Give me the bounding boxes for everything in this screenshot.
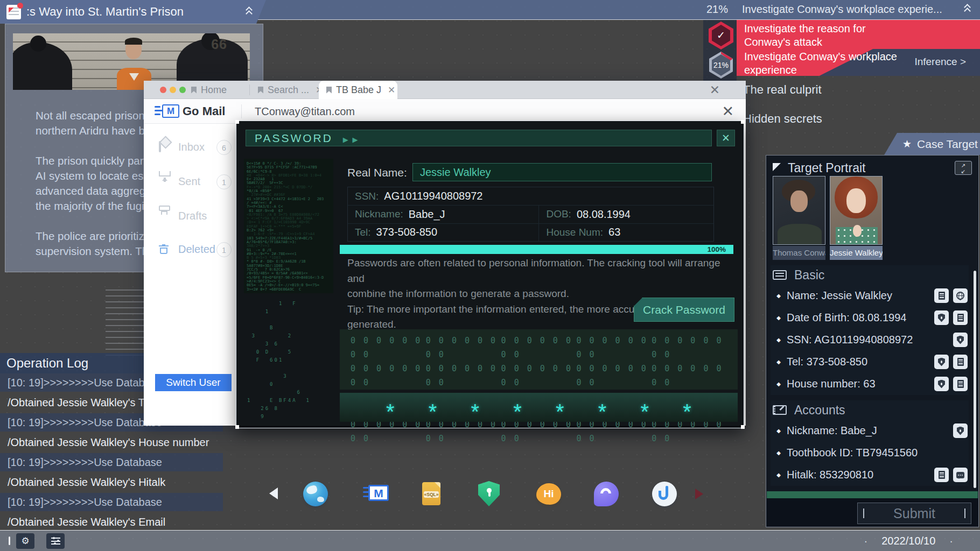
zero-row: 0 0 0 0 0 0 0 00 0 0 0 0 0 0 00 0 0 0 0 …	[351, 362, 727, 390]
tel-field[interactable]: Tel: 373-508-850	[348, 223, 538, 241]
password-mask-char: *	[471, 406, 480, 417]
task-link-hidden-secrets[interactable]: Hidden secrets	[743, 112, 822, 126]
dock-browser-icon[interactable]	[303, 482, 328, 506]
dock-go-mail-icon[interactable]: M	[363, 484, 390, 504]
document-action-button[interactable]	[953, 377, 968, 391]
target-info-item[interactable]: SSN: AG10119940808972	[771, 329, 969, 351]
dock-phone-icon[interactable]	[594, 482, 619, 506]
zero-group: 0 0 0 0 0 0 0 0	[652, 334, 727, 362]
close-tab-icon[interactable]: ✕	[388, 84, 395, 96]
dock-hitalk-icon[interactable]: Hi	[536, 483, 561, 505]
close-mail-icon[interactable]: ✕	[722, 103, 734, 120]
crack-password-button[interactable]: Crack Password	[634, 298, 734, 322]
matrix-rain-panel: 1 F 1 B 3 2 3 6 0 D 5 F 601 3 0 6 1 E BF…	[244, 298, 333, 422]
close-traffic-light[interactable]	[160, 87, 166, 93]
dock-password-shield-icon[interactable]	[478, 481, 500, 506]
inference-link[interactable]: Inference >	[914, 56, 966, 68]
folder-label: Deleted	[178, 243, 215, 256]
diamond-bullet-icon	[771, 450, 787, 456]
tab-search[interactable]: Search ... ✕	[258, 81, 323, 99]
target-info-item[interactable]: Tel: 373-508-850	[771, 351, 969, 373]
task-banner-active[interactable]: Investigate Conway's workplace experienc…	[737, 49, 980, 76]
target-info-item[interactable]: Hitalk: 853290810	[771, 464, 969, 486]
password-mask-char: *	[513, 406, 522, 417]
task-line: experience	[744, 63, 897, 77]
document-action-button[interactable]	[934, 468, 949, 482]
zero-group: 0 0 0 0 0 0 0 0	[576, 334, 652, 362]
portrait-name: Thomas Conway	[773, 246, 825, 260]
news-window-titlebar[interactable]: :s Way into St. Martin's Prison	[0, 0, 266, 24]
target-info-item[interactable]: Nickname: Babe_J	[771, 420, 969, 442]
real-name-input[interactable]: Jessie Walkley	[412, 163, 712, 181]
shield-action-button[interactable]	[934, 355, 949, 369]
bookmark-icon	[326, 87, 332, 94]
code-line: 38B/2*7>>3	[247, 244, 331, 248]
maximize-traffic-light[interactable]	[179, 87, 186, 93]
shield-action-button[interactable]	[934, 310, 949, 325]
password-tool-title: PASSWORD	[255, 132, 333, 144]
target-info-item[interactable]: House number: 63	[771, 373, 969, 395]
target-info-item[interactable]: Toothbook ID: TB79451560	[771, 442, 969, 464]
diamond-bullet-icon	[771, 315, 787, 321]
dob-field[interactable]: DOB: 08.08.1994	[538, 205, 713, 223]
matrix-line: 1	[247, 308, 330, 316]
document-action-button[interactable]	[953, 310, 968, 325]
globe-action-button[interactable]	[953, 288, 968, 303]
zero-group: 0 0 0 0 0 0 0 0	[652, 362, 727, 390]
task-progress-hexagon: 21%	[709, 52, 733, 79]
zero-group: 0 0 0 0 0 0 0 0	[426, 334, 501, 362]
tel-label: Tel:	[355, 227, 371, 238]
collapse-tasks-icon[interactable]	[964, 4, 972, 14]
case-target-tab[interactable]: ★ Case Target	[884, 133, 980, 155]
tab-tb-babe-j[interactable]: TB Babe J ✕	[319, 81, 397, 99]
collapse-news-icon[interactable]	[246, 7, 254, 17]
target-info-item[interactable]: Name: Jessie Walkley	[771, 285, 969, 307]
document-action-button[interactable]	[953, 355, 968, 369]
code-line: B 5 #=5+3 *1DB3	[247, 256, 331, 260]
shield-action-button[interactable]	[934, 377, 949, 391]
folder-sent[interactable]: Sent 1	[144, 173, 235, 192]
folder-drafts[interactable]: Drafts	[144, 208, 235, 226]
chat-action-button[interactable]	[953, 468, 968, 482]
shield-action-button[interactable]	[953, 333, 968, 347]
log-entry: [10: 19]>>>>>>>>Use Database /Obtained J…	[0, 493, 223, 533]
settings-gear-button[interactable]: ⚙	[16, 533, 34, 549]
nickname-field[interactable]: Nickname: Babe_J	[348, 205, 538, 223]
dock-forward-icon[interactable]	[695, 489, 703, 499]
portrait-jessie-walkley[interactable]	[830, 176, 883, 245]
target-info-item[interactable]: Date of Birth: 08.08.1994	[771, 307, 969, 329]
matrix-line: 3 6	[247, 340, 330, 348]
folder-inbox[interactable]: Inbox 6	[144, 139, 235, 157]
shield-icon	[938, 314, 945, 322]
minimize-traffic-light[interactable]	[170, 87, 176, 93]
close-window-icon[interactable]: ✕	[710, 83, 720, 97]
task-line: Conway's attack	[744, 36, 980, 49]
password-tool-titlebar: PASSWORD ▶ ▶	[246, 130, 712, 146]
tab-home[interactable]: Home	[191, 81, 227, 99]
desktop: 21% Investigate Conway's workplace exper…	[0, 0, 980, 551]
folder-deleted[interactable]: Deleted 1	[144, 241, 235, 259]
close-password-tool-button[interactable]: ✕	[717, 130, 735, 146]
dock-sql-database-icon[interactable]: «SQL»	[422, 482, 440, 505]
task-link-real-culprit[interactable]: The real culprit	[743, 83, 822, 97]
shield-action-button[interactable]	[953, 423, 968, 438]
submit-button[interactable]: Submit	[857, 503, 971, 524]
ssn-field[interactable]: SSN: AG10119940808972	[348, 187, 713, 205]
browser-tab-bar: Home Search ... ✕ TB Babe J ✕ ✕	[144, 81, 746, 99]
switch-user-button[interactable]: Switch User	[155, 374, 232, 391]
dock-hook-icon[interactable]	[652, 482, 677, 506]
task-list-button[interactable]	[46, 533, 65, 549]
document-action-button[interactable]	[934, 288, 949, 303]
expand-panel-icon[interactable]: ↗↙	[955, 161, 972, 175]
item-action-icons	[934, 468, 968, 482]
code-line: F+-+*D 200+ 215:*=C D 07DD-*/	[247, 186, 331, 189]
portrait-thomas-conway[interactable]	[773, 176, 825, 245]
log-result: /Obtained Jessie Walkley's Email	[0, 511, 223, 533]
task-banner-completed[interactable]: Investigate the reason for Conway's atta…	[737, 20, 980, 49]
diamond-bullet-icon	[771, 359, 787, 365]
code-line: EDFAF 1+>C0 =-*** =+5=9F	[247, 225, 331, 229]
house-num-field[interactable]: House Num: 63	[538, 223, 713, 241]
scrollbar-thumb[interactable]	[974, 271, 976, 488]
dock-back-icon[interactable]	[269, 488, 278, 499]
system-taskbar: ⚙ 2022/10/10	[0, 530, 980, 551]
